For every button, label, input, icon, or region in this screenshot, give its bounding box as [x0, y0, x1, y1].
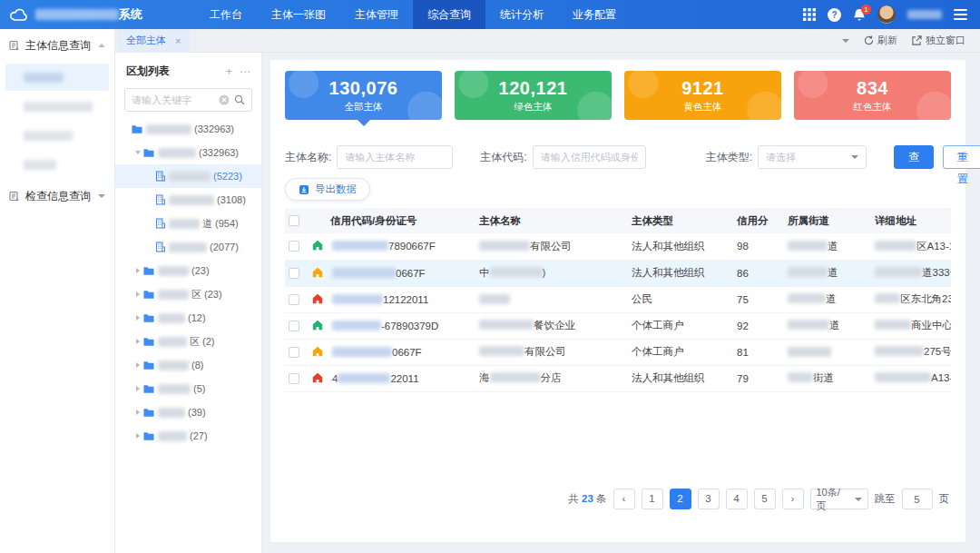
row-checkbox[interactable] — [289, 321, 299, 331]
stat-card-blue[interactable]: 130,076全部主体 — [285, 71, 442, 120]
select-all-checkbox[interactable] — [289, 215, 299, 226]
tree-arrow-icon[interactable] — [132, 410, 143, 415]
cloud-logo-icon[interactable] — [9, 8, 29, 22]
export-data-button[interactable]: 导出数据 — [285, 178, 370, 201]
credit-code-link[interactable]: 0667F — [328, 339, 475, 365]
tree-arrow-icon[interactable] — [132, 339, 143, 344]
stat-label: 黄色主体 — [684, 101, 722, 114]
redacted-text — [158, 431, 187, 441]
tree-item[interactable]: 区 (2) — [115, 330, 261, 353]
subject-code-input[interactable] — [533, 145, 646, 169]
table-row[interactable]: 0667F有限公司个体工商户81275号 — [285, 339, 951, 365]
row-checkbox[interactable] — [289, 268, 299, 279]
clear-icon[interactable] — [219, 94, 230, 105]
column-header: 详细地址 — [871, 208, 951, 233]
credit-code-link[interactable]: 422011 — [328, 365, 475, 391]
credit-code-link[interactable]: 12122011 — [328, 286, 475, 312]
page-button-4[interactable]: 4 — [726, 489, 748, 509]
tree-arrow-icon[interactable] — [132, 315, 143, 321]
subject-name-input[interactable] — [337, 145, 453, 169]
page-button-1[interactable]: 1 — [642, 489, 663, 509]
nav-item[interactable]: 统计分析 — [485, 0, 558, 29]
tree-item-label: 道 (954) — [202, 217, 239, 231]
refresh-button[interactable]: 刷新 — [864, 34, 897, 47]
nav-item[interactable]: 综合查询 — [413, 0, 485, 29]
row-checkbox[interactable] — [289, 241, 299, 252]
nav-item[interactable]: 工作台 — [195, 0, 257, 29]
redacted-text — [169, 219, 200, 229]
redacted-text — [146, 124, 191, 134]
tree-arrow-icon[interactable] — [132, 362, 143, 368]
sidebar-item[interactable] — [5, 122, 109, 149]
tree-arrow-icon[interactable] — [132, 386, 143, 391]
sidebar-group[interactable]: 主体信息查询 — [0, 29, 114, 62]
tree-item[interactable]: (2077) — [115, 235, 261, 259]
help-icon[interactable]: ? — [828, 8, 841, 22]
search-icon[interactable] — [234, 94, 245, 105]
tree-item[interactable]: (27) — [115, 424, 261, 448]
add-icon[interactable]: + — [226, 65, 232, 78]
tree-item-label: (5223) — [213, 171, 242, 182]
reset-button[interactable]: 重置 — [943, 145, 980, 169]
tree-item[interactable]: (23) — [115, 259, 261, 282]
tree-item[interactable]: (332963) — [115, 117, 261, 141]
nav-item[interactable]: 主体一张图 — [257, 0, 340, 29]
jump-page-input[interactable] — [902, 489, 933, 509]
row-checkbox[interactable] — [289, 294, 299, 305]
apps-grid-icon[interactable] — [803, 8, 816, 21]
tree-item[interactable]: (5223) — [115, 164, 261, 188]
tree-arrow-icon[interactable] — [132, 291, 143, 297]
close-icon[interactable]: × — [175, 35, 181, 46]
credit-code-link[interactable]: -67890379D — [328, 312, 475, 339]
search-button[interactable]: 查询 — [894, 145, 934, 169]
tree-item[interactable]: (12) — [115, 306, 261, 330]
stat-card-red[interactable]: 834红色主体 — [794, 71, 951, 120]
redacted-text — [479, 346, 524, 356]
subject-type-select[interactable]: 请选择 — [758, 145, 867, 169]
notification-bell-icon[interactable]: 1 — [853, 8, 866, 22]
tree-item[interactable]: (3108) — [115, 188, 261, 212]
hamburger-menu-icon[interactable] — [954, 9, 967, 20]
tree-item-label: (39) — [188, 407, 206, 418]
tree-item[interactable]: (332963) — [115, 141, 261, 164]
table-row[interactable]: 12122011公民75道区东北角23米 — [285, 286, 951, 312]
sidebar-group[interactable]: 检查信息查询 — [0, 180, 114, 212]
redacted-text — [332, 321, 381, 331]
credit-code-link[interactable]: 0667F — [328, 260, 475, 286]
table-row[interactable]: 0667F中)法人和其他组织86道道333号 — [285, 260, 951, 286]
nav-item[interactable]: 业务配置 — [558, 0, 631, 29]
tab-all-subjects[interactable]: 全部主体 × — [117, 29, 190, 53]
more-icon[interactable]: ⋯ — [240, 65, 250, 78]
credit-code-link[interactable]: 7890667F — [328, 233, 475, 260]
page-button-3[interactable]: 3 — [698, 489, 720, 509]
sidebar-item[interactable] — [5, 151, 109, 178]
tree-item[interactable]: 区 (23) — [115, 282, 261, 306]
tab-label: 全部主体 — [126, 34, 166, 47]
table-row[interactable]: 7890667F有限公司法人和其他组织98道区A13-1栋 — [285, 233, 951, 260]
tree-item[interactable]: 道 (954) — [115, 212, 261, 235]
sidebar-item[interactable] — [5, 93, 109, 120]
tree-item[interactable]: (39) — [115, 400, 261, 424]
sidebar-item[interactable] — [5, 64, 109, 91]
table-row[interactable]: -67890379D餐饮企业个体工商户92道商业中心 — [285, 312, 951, 339]
tree-item[interactable]: (8) — [115, 353, 261, 377]
user-avatar[interactable] — [877, 5, 896, 24]
nav-item[interactable]: 主体管理 — [340, 0, 413, 29]
prev-page-button[interactable]: ‹ — [613, 489, 635, 509]
popout-window-button[interactable]: 独立窗口 — [912, 34, 965, 47]
page-button-2[interactable]: 2 — [670, 489, 691, 509]
tree-arrow-icon[interactable] — [132, 433, 143, 439]
chevron-down-icon[interactable] — [842, 39, 849, 43]
tree-arrow-icon[interactable] — [132, 151, 143, 154]
table-row[interactable]: 422011海分店法人和其他组织79街道A13-3栋 — [285, 365, 951, 391]
page-size-select[interactable]: 10条/页 — [810, 489, 868, 509]
row-checkbox[interactable] — [289, 347, 299, 358]
tree-arrow-icon[interactable] — [132, 268, 143, 273]
tree-item[interactable]: (5) — [115, 377, 261, 400]
stat-card-orange[interactable]: 9121黄色主体 — [624, 71, 781, 120]
next-page-button[interactable]: › — [782, 489, 804, 509]
stat-card-green[interactable]: 120,121绿色主体 — [455, 71, 612, 120]
row-checkbox[interactable] — [289, 373, 299, 384]
page-button-5[interactable]: 5 — [754, 489, 776, 509]
tree-search-input[interactable]: 请输入关键字 — [124, 88, 252, 112]
